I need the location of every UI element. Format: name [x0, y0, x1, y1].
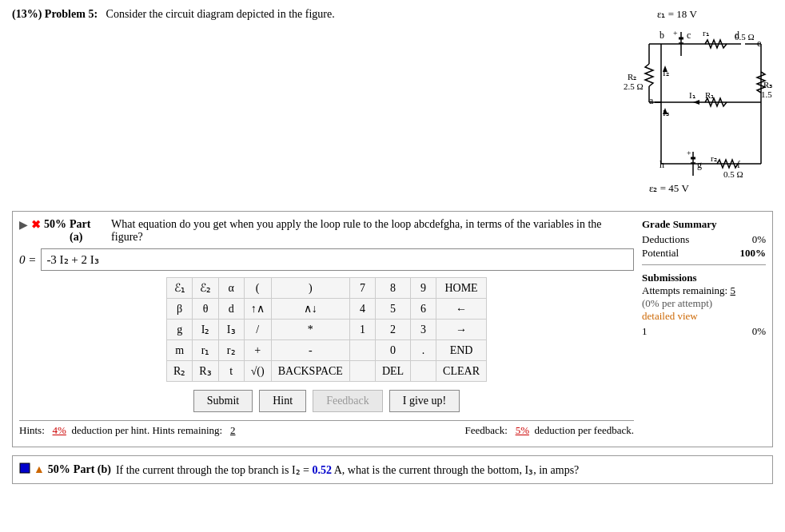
key-up-arrow[interactable]: ↑∧ — [244, 299, 271, 320]
keypad-table: ℰ₁ ℰ₂ α ( ) 7 8 9 HOME β θ — [166, 277, 487, 382]
key-0[interactable]: 0 — [375, 340, 410, 361]
circuit-svg: ε₁ = 18 V b c r₁ d + — [533, 8, 773, 200]
key-g[interactable]: g — [167, 320, 193, 340]
key-del[interactable]: DEL — [375, 361, 410, 382]
key-8[interactable]: 8 — [375, 278, 410, 299]
part-b-question: If the current through the top branch is… — [116, 463, 579, 477]
circuit-diagram: ε₁ = 18 V b c r₁ d + — [533, 8, 773, 203]
grade-summary-title: Grade Summary — [642, 218, 766, 231]
emf1-plus: + — [673, 29, 678, 38]
part-a-content: ▶ ✖ 50% Part (a) What equation do you ge… — [19, 218, 766, 440]
r1-top-label: r₁ — [703, 28, 709, 38]
keypad-row-4: m r₁ r₂ + - 0 . END — [167, 340, 487, 361]
key-5[interactable]: 5 — [375, 299, 410, 320]
submit-button[interactable]: Submit — [193, 390, 253, 412]
main-container: (13%) Problem 5: Consider the circuit di… — [0, 0, 785, 497]
key-clear[interactable]: CLEAR — [436, 361, 487, 382]
key-beta[interactable]: β — [167, 299, 193, 320]
key-backspace-wide[interactable]: BACKSPACE — [271, 361, 349, 382]
node-h: h — [659, 159, 664, 170]
part-a-main: ▶ ✖ 50% Part (a) What equation do you ge… — [19, 218, 634, 440]
answer-row: 0 = — [19, 248, 634, 271]
node-c: c — [687, 30, 691, 41]
key-emf1[interactable]: ℰ₁ — [167, 278, 193, 299]
key-end[interactable]: END — [436, 340, 487, 361]
part-b-warning-icon: ▲ — [34, 463, 45, 476]
keypad-row-1: ℰ₁ ℰ₂ α ( ) 7 8 9 HOME — [167, 278, 487, 299]
feedback-button[interactable]: Feedback — [313, 390, 383, 412]
key-6[interactable]: 6 — [411, 299, 436, 320]
i2-value: 0.52 — [313, 464, 333, 476]
key-emf2[interactable]: ℰ₂ — [193, 278, 218, 299]
r2-label: R₂ — [628, 72, 636, 81]
part-b-checkbox — [19, 463, 30, 477]
key-r1[interactable]: r₁ — [193, 340, 218, 361]
submissions-section: Submissions Attempts remaining: 5 (0% pe… — [642, 272, 766, 338]
key-m[interactable]: m — [167, 340, 193, 361]
key-right-arrow[interactable]: → — [436, 320, 487, 340]
key-9[interactable]: 9 — [411, 278, 436, 299]
answer-input[interactable] — [41, 248, 634, 271]
node-b: b — [659, 30, 664, 41]
part-a-section: ▶ ✖ 50% Part (a) What equation do you ge… — [12, 211, 773, 447]
key-minus[interactable]: - — [271, 340, 349, 361]
attempts-remaining: Attempts remaining: 5 — [642, 284, 766, 297]
grade-summary-panel: Grade Summary Deductions 0% Potential 10… — [634, 218, 766, 440]
checkbox-icon — [19, 463, 30, 474]
attempt-row: 1 0% — [642, 325, 766, 338]
key-i3[interactable]: I₃ — [218, 320, 244, 340]
key-3[interactable]: 3 — [411, 320, 436, 340]
hints-feedback-row: Hints: 4% deduction per hint. Hints rema… — [19, 420, 634, 440]
key-1[interactable]: 1 — [349, 320, 375, 340]
emf1-label: ε₁ = 18 V — [657, 8, 698, 20]
key-7[interactable]: 7 — [349, 278, 375, 299]
key-theta[interactable]: θ — [193, 299, 218, 320]
hints-remaining[interactable]: 2 — [230, 424, 236, 436]
submissions-title: Submissions — [642, 272, 766, 284]
keypad-area: ℰ₁ ℰ₂ α ( ) 7 8 9 HOME β θ — [19, 277, 634, 382]
key-plus[interactable]: + — [244, 340, 271, 361]
key-dot[interactable]: . — [411, 340, 436, 361]
key-2[interactable]: 2 — [375, 320, 410, 340]
attempt-num: 1 — [642, 325, 648, 338]
key-backspace-arrow[interactable]: ← — [436, 299, 487, 320]
part-a-question: What equation do you get when you apply … — [111, 218, 634, 244]
hint-button[interactable]: Hint — [259, 390, 306, 412]
key-alpha[interactable]: α — [218, 278, 244, 299]
key-r2-sym[interactable]: R₂ — [167, 361, 193, 382]
action-buttons: Submit Hint Feedback I give up! — [19, 390, 634, 412]
key-r2[interactable]: r₂ — [218, 340, 244, 361]
part-a-arrow: ▶ — [19, 218, 28, 232]
key-multiply[interactable]: * — [271, 320, 349, 340]
hints-desc: deduction per hint. Hints remaining: — [69, 424, 228, 436]
part-a-x-icon: ✖ — [31, 218, 41, 232]
key-d[interactable]: d — [218, 299, 244, 320]
hints-text: Hints: 4% deduction per hint. Hints rema… — [19, 424, 235, 437]
key-t[interactable]: t — [218, 361, 244, 382]
emf2-plus: + — [687, 149, 691, 157]
part-b-percent: 50% — [48, 463, 70, 476]
emf2-label: ε₂ = 45 V — [649, 182, 690, 194]
key-close-paren[interactable]: ) — [271, 278, 349, 299]
attempts-value: 5 — [730, 284, 735, 296]
problem-section: (13%) Problem 5: Consider the circuit di… — [12, 8, 773, 203]
key-4[interactable]: 4 — [349, 299, 375, 320]
part-a-label: Part (a) — [70, 218, 106, 244]
key-down-arrow[interactable]: ∧↓ — [271, 299, 349, 320]
grade-divider — [642, 264, 766, 265]
key-empty3 — [411, 361, 436, 382]
key-r3-sym[interactable]: R₃ — [193, 361, 218, 382]
hints-percent: 4% — [53, 424, 66, 436]
key-open-paren[interactable]: ( — [244, 278, 271, 299]
give-up-button[interactable]: I give up! — [389, 390, 460, 412]
key-divide[interactable]: / — [244, 320, 271, 340]
detailed-view-link[interactable]: detailed view — [642, 310, 766, 323]
key-home[interactable]: HOME — [436, 278, 487, 299]
feedback-percent: 5% — [516, 424, 529, 436]
problem-left: (13%) Problem 5: Consider the circuit di… — [12, 8, 533, 21]
key-i2[interactable]: I₂ — [193, 320, 218, 340]
potential-label: Potential — [642, 247, 679, 260]
key-sqrt[interactable]: √() — [244, 361, 271, 382]
i1-arrow — [693, 100, 699, 105]
key-empty1 — [349, 340, 375, 361]
